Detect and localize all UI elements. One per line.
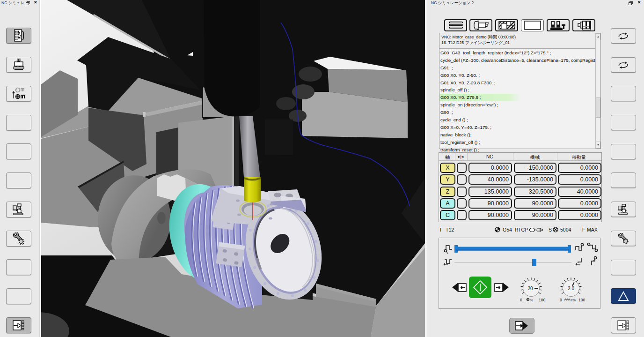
svg-text:0: 0 bbox=[520, 298, 522, 302]
svg-text:F%: F% bbox=[571, 298, 576, 302]
svg-text:100: 100 bbox=[578, 298, 585, 302]
svg-text:%: % bbox=[530, 298, 533, 302]
svg-text:0: 0 bbox=[560, 298, 562, 302]
svg-text:100: 100 bbox=[539, 298, 545, 302]
svg-text:2.0: 2.0 bbox=[568, 286, 574, 291]
svg-text:20: 20 bbox=[527, 286, 533, 291]
